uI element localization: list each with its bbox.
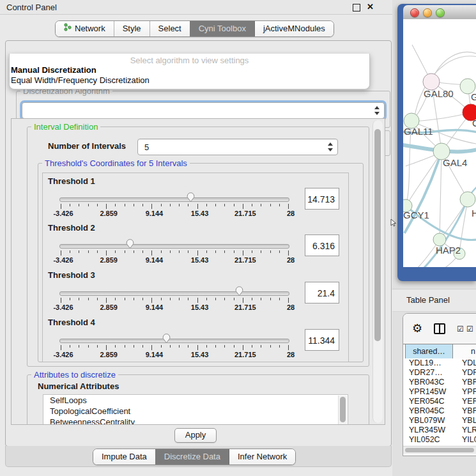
tick-mark — [234, 250, 234, 253]
close-icon[interactable]: ✕ — [367, 2, 374, 12]
tab-discretize-data[interactable]: Discretize Data — [155, 449, 229, 464]
table-cell-shared-name[interactable]: YPR145W — [403, 387, 457, 397]
algorithm-combobox[interactable] — [22, 102, 385, 119]
zoom-traffic-light-icon[interactable] — [436, 8, 445, 17]
scrollbar-thumb[interactable] — [405, 448, 474, 452]
scale-label: 28 — [273, 303, 309, 311]
scale-label: 9.144 — [136, 256, 172, 264]
table-cell-shared-name[interactable]: YDR27… — [403, 368, 457, 378]
threshold-slider-track[interactable] — [59, 244, 289, 249]
tick-mark — [179, 250, 180, 253]
column-header-name[interactable]: n — [453, 344, 476, 358]
tab-style[interactable]: Style — [114, 21, 150, 36]
numerical-attribute-item[interactable]: TopologicalCoefficient — [43, 406, 348, 417]
column-header-shared-name[interactable]: shared… — [405, 344, 453, 358]
threshold-value-box[interactable]: 21.4 — [305, 282, 339, 303]
table-cell-shared-name[interactable]: YER054C — [403, 397, 457, 406]
threshold-slider-thumb[interactable] — [234, 286, 244, 296]
table-row[interactable]: YER054C YER0 — [403, 397, 476, 406]
table-cell-name[interactable]: YER0 — [457, 397, 476, 406]
threshold-value-box[interactable]: 14.713 — [305, 188, 339, 210]
algorithm-option[interactable]: Equal Width/Frequency Discretization — [10, 75, 369, 86]
checkbox-icon[interactable]: ☑ — [457, 325, 464, 334]
tab-impute-data[interactable]: Impute Data — [93, 449, 155, 464]
table-cell-name[interactable]: YIL0 — [457, 435, 476, 445]
table-cell-name[interactable]: YDR2 — [457, 368, 476, 378]
scrollbar-thumb[interactable] — [374, 129, 381, 341]
table-row[interactable]: YPR145W YPR1 — [403, 387, 476, 397]
tab-infer-network[interactable]: Infer Network — [229, 449, 295, 464]
table-cell-name[interactable]: YBL0 — [457, 416, 476, 426]
cyni-toolbox-panel: Discretization Algorithm Table Data galF… — [5, 40, 392, 447]
settings-vertical-scrollbar[interactable] — [372, 120, 383, 423]
table-cell-shared-name[interactable]: YBR043C — [403, 378, 457, 387]
apply-button[interactable]: Apply — [174, 428, 217, 443]
threshold-slider-track[interactable] — [59, 339, 289, 343]
thresholds-group-title: Threshold's Coordinates for 5 Intervals — [42, 158, 190, 168]
threshold-panel: Threshold 1 -3.4262.8599.14415.4321.7152… — [42, 173, 349, 221]
scale-label: 21.715 — [227, 303, 263, 311]
table-cell-shared-name[interactable]: YLR345W — [403, 426, 457, 435]
table-cell-name[interactable]: YPR1 — [457, 387, 476, 397]
slider-scale-labels: -3.4262.8599.14415.4321.71528 — [61, 210, 288, 217]
tick-mark — [261, 345, 261, 348]
tab-label: Network — [75, 21, 105, 36]
network-window-titlebar[interactable] — [403, 5, 476, 20]
tick-mark — [134, 250, 134, 253]
threshold-slider-thumb[interactable] — [125, 238, 135, 249]
threshold-slider-track[interactable] — [59, 291, 289, 296]
spinner-icon[interactable] — [326, 142, 335, 152]
close-traffic-light-icon[interactable] — [410, 8, 419, 17]
table-row[interactable]: YLR345W YLR3 — [403, 426, 476, 435]
table-cell-name[interactable]: YDL1 — [457, 358, 476, 368]
threshold-slider-thumb[interactable] — [186, 192, 196, 203]
tab-cyni-toolbox[interactable]: Cyni Toolbox — [190, 21, 254, 36]
table-row[interactable]: YBR043C YBR0 — [403, 378, 476, 387]
tab-jactivemnodules[interactable]: jActiveMNodules — [254, 21, 334, 36]
scale-label: -3.426 — [45, 256, 81, 264]
table-cell-shared-name[interactable]: YBR045C — [403, 406, 457, 416]
table-cell-name[interactable]: YBR0 — [457, 406, 476, 416]
spinner-icon[interactable] — [372, 105, 381, 116]
scrollbar-thumb[interactable] — [340, 397, 346, 422]
table-row[interactable]: YIL052C YIL0 — [403, 435, 476, 445]
numerical-attribute-item[interactable]: BetweennessCentrality — [43, 417, 348, 425]
threshold-value-box[interactable]: 11.344 — [305, 329, 339, 351]
table-cell-shared-name[interactable]: YIL052C — [403, 435, 457, 445]
table-cell-shared-name[interactable]: YDL19… — [403, 358, 457, 368]
table-horizontal-scrollbar[interactable] — [403, 446, 476, 454]
tick-mark — [61, 345, 61, 350]
split-view-icon[interactable] — [434, 323, 445, 334]
tick-mark — [270, 345, 271, 348]
threshold-slider-thumb[interactable] — [162, 333, 171, 344]
gear-icon[interactable]: ⚙ — [412, 321, 422, 335]
network-node-hap2[interactable] — [433, 233, 446, 246]
table-cell-name[interactable]: YBR0 — [457, 378, 476, 387]
table-cell-shared-name[interactable]: YBL079W — [403, 416, 457, 426]
tick-mark — [134, 298, 134, 300]
tick-mark — [179, 345, 180, 348]
numerical-attribute-item[interactable]: SelfLoops — [43, 395, 348, 406]
table-cell-name[interactable]: YLR3 — [457, 426, 476, 435]
table-row[interactable]: YBL079W YBL0 — [403, 416, 476, 426]
network-node-h[interactable] — [460, 192, 475, 207]
attributes-list-scrollbar[interactable] — [338, 395, 347, 425]
scale-label: 9.144 — [136, 351, 172, 358]
minimize-traffic-light-icon[interactable] — [423, 8, 432, 17]
tab-select[interactable]: Select — [150, 21, 190, 36]
table-row[interactable]: YBR045C YBR0 — [403, 406, 476, 416]
number-of-intervals-combobox[interactable]: 5 — [137, 139, 338, 155]
network-canvas[interactable]: GAL80GCGAL11GAL4GCY1HHAP2 — [403, 19, 476, 267]
threshold-value-box[interactable]: 6.316 — [305, 234, 339, 256]
threshold-slider-track[interactable] — [59, 197, 289, 202]
table-row[interactable]: YDR27… YDR2 — [403, 368, 476, 378]
table-row[interactable]: YDL19… YDL1 — [403, 358, 476, 368]
tick-mark — [270, 298, 271, 300]
checkbox-icon[interactable]: ☑ — [466, 325, 473, 334]
algorithm-option[interactable]: Manual Discretization — [10, 65, 369, 75]
scale-label: -3.426 — [45, 303, 81, 311]
tab-network[interactable]: Network — [56, 21, 114, 36]
float-window-icon[interactable] — [353, 4, 360, 12]
tick-mark — [106, 250, 107, 256]
numerical-attributes-list: SelfLoopsTopologicalCoefficientBetweenne… — [43, 394, 348, 425]
